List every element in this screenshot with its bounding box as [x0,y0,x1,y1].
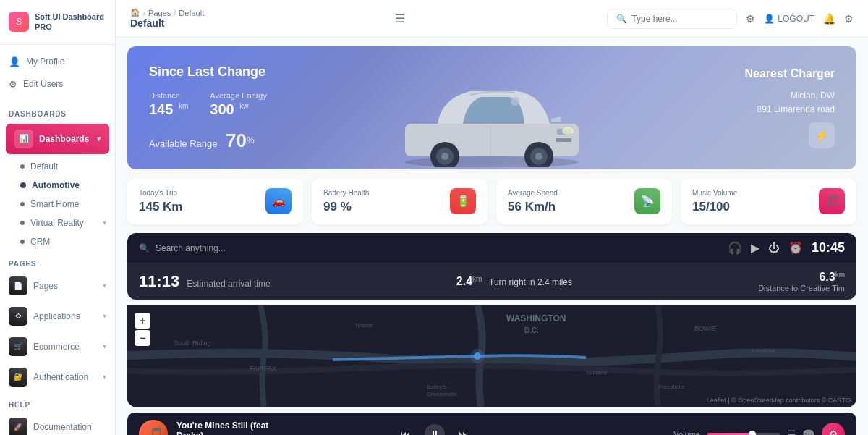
music-title: You're Mines Still (feat Drake) [176,421,292,435]
zoom-out-button[interactable]: − [135,330,150,346]
auth-icon: 🔐 [9,368,27,387]
profile-icon: 👤 [9,56,20,67]
nav-time: 10:45 [812,240,845,255]
help-section-label: HELP [0,392,115,412]
nav-info-bar: 11:13 Estimated arrival time 2.4km Turn … [127,263,856,300]
next-button[interactable]: ⏭ [454,424,474,435]
sidebar-item-authentication[interactable]: 🔐 Authentication ▾ [0,362,115,392]
list-icon[interactable]: ☰ [787,428,796,435]
charger-name: Miclan, DW [745,89,835,103]
pages-section-label: PAGES [0,251,115,271]
dashboards-chevron: ▾ [97,135,101,143]
energy-label: Average Energy [210,91,267,100]
profile-label: My Profile [26,56,64,67]
music-right: Volume ☰ 💬 ⚙ [577,423,845,435]
sidebar-item-smart-home[interactable]: Smart Home [0,195,115,214]
topbar-left: 🏠 / Pages / Default Default [130,8,204,29]
sidebar-item-pages[interactable]: 📄 Pages ▾ [0,271,115,301]
speed-label: Average Speed [508,189,558,197]
sidebar-item-profile[interactable]: 👤 My Profile [0,51,115,73]
stats-row: Today's Trip 145 Km 🚗 Battery Health 99 … [116,178,868,233]
ecommerce-icon: 🛒 [9,337,27,356]
music-player: 🎵 You're Mines Still (feat Drake) Yung B… [127,413,856,435]
energy-unit: kw [239,102,248,110]
map-background: South Riding Tysons WASHINGTON D.C. FAIR… [127,305,856,407]
dot-icon [20,240,25,244]
distance-value: 145 km [149,101,188,118]
turn-label: Turn right in 2.4 miles [489,277,572,287]
zoom-in-button[interactable]: + [135,313,150,329]
nav-top-bar: 🔍 Search anything... 🎧 ▶ ⏻ ⏰ 10:45 [127,233,856,263]
range-value: 70 [226,130,247,151]
music-icon: 🎵 [819,188,845,214]
ecommerce-chevron: ▾ [103,342,106,350]
hamburger-icon[interactable]: ☰ [395,12,405,25]
charger-icon[interactable]: ⚡ [809,122,835,148]
play-icon[interactable]: ▶ [751,241,760,255]
svg-text:WASHINGTON: WASHINGTON [506,313,566,324]
sidebar-item-documentation[interactable]: 🚀 Documentation [0,412,115,435]
stat-card-volume: Music Volume 15/100 🎵 [681,178,856,224]
prev-button[interactable]: ⏮ [396,424,416,435]
clock-icon[interactable]: ⏰ [788,241,803,255]
stat-card-battery: Battery Health 99 % 🔋 [312,178,488,224]
energy-value: 300 kw [210,101,267,118]
hero-left: Since Last Change Distance 145 km Averag… [149,64,267,152]
headphones-icon[interactable]: 🎧 [728,241,742,255]
docs-label: Documentation [33,422,92,432]
distance-label: Distance [149,91,188,100]
logout-button[interactable]: 👤 LOGOUT [764,14,814,24]
page-title: Default [130,17,204,29]
dashboards-group-header[interactable]: 📊 Dashboards ▾ [6,124,109,154]
chat-icon[interactable]: 💬 [802,428,814,435]
search-input[interactable] [631,14,728,24]
hero-title: Since Last Change [149,64,267,80]
svg-point-12 [511,97,519,106]
hero-stat-energy: Average Energy 300 kw [210,91,267,118]
nav-turn-info: 2.4km Turn right in 2.4 miles [456,275,572,288]
svg-text:South Riding: South Riding [174,339,211,347]
svg-text:FAIRFAX: FAIRFAX [250,365,276,372]
auth-label: Authentication [33,372,88,382]
pages-chevron: ▾ [103,282,106,290]
map-roads-svg: South Riding Tysons WASHINGTON D.C. FAIR… [127,305,856,407]
sidebar-item-ecommerce[interactable]: 🛒 Ecommerce ▾ [0,331,115,362]
settings-float-button[interactable]: ⚙ [822,423,845,435]
crm-label: CRM [30,237,50,247]
music-controls: ⏮ ⏸ ⏭ [301,424,569,435]
pause-button[interactable]: ⏸ [425,424,445,435]
sidebar-item-edit-users[interactable]: ⚙ Edit Users [0,73,115,96]
gear-icon: ⚙ [9,79,17,90]
sidebar-logo: S Soft UI Dashboard PRO [0,0,115,45]
volume-knob[interactable] [749,431,756,435]
svg-text:D.C.: D.C. [524,326,539,334]
trip-icon: 🚗 [265,188,292,214]
dashboards-group: 📊 Dashboards ▾ Default Automotive Smart … [0,121,115,251]
nav-search-text[interactable]: Search anything... [156,243,226,253]
notification-icon[interactable]: ⚙ [844,13,854,25]
dashboards-icon: 📊 [14,130,33,148]
dot-icon [20,221,25,225]
svg-point-4 [441,153,448,160]
battery-value: 99 % [323,200,369,214]
settings-icon[interactable]: ⚙ [746,13,755,25]
power-icon[interactable]: ⏻ [768,242,780,255]
distance-unit: km [179,102,188,110]
dashboards-label: Dashboards [39,134,91,144]
music-thumbnail: 🎵 [139,420,168,435]
dest-unit: km [835,271,845,279]
sidebar-item-virtual-reality[interactable]: Virtual Reality ▾ [0,214,115,232]
vr-chevron: ▾ [103,219,106,227]
sidebar-item-applications[interactable]: ⚙ Applications ▾ [0,301,115,331]
svg-point-26 [470,349,485,363]
dot-icon [20,202,25,206]
bell-icon[interactable]: 🔔 [823,13,835,25]
volume-stat-value: 15/100 [692,200,737,214]
sidebar-item-automotive[interactable]: Automotive [0,176,115,195]
breadcrumb-pages[interactable]: Pages [148,9,171,17]
smart-home-label: Smart Home [30,199,79,209]
arrival-label: Estimated arrival time [187,279,270,289]
sidebar-item-crm[interactable]: CRM [0,232,115,251]
sidebar-item-default[interactable]: Default [0,157,115,176]
applications-chevron: ▾ [103,312,106,320]
